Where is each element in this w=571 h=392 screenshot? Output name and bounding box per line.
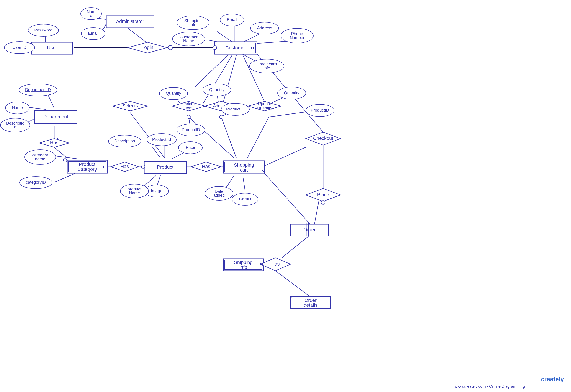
connector-dept-name	[28, 107, 45, 109]
attr-email-label: Email	[227, 17, 237, 22]
entity-product-label: Product	[157, 164, 174, 170]
attr-qty-add-label: Quantity	[209, 87, 225, 92]
place-circle	[321, 201, 325, 204]
er-diagram: User Administrator Login Customer Depart…	[0, 0, 571, 392]
attr-dateadded-label2: added	[213, 193, 225, 197]
rel-update-qty-label1: Update	[258, 101, 271, 106]
watermark-text: www.creately.com • Online Diagramming	[454, 384, 525, 389]
rel-delete-item-label2: item	[185, 106, 193, 110]
connector-dept-deptid	[48, 94, 54, 108]
add-item-circle	[219, 115, 223, 119]
rel-has-order-label: Has	[271, 261, 280, 266]
connector-prodcat-catname	[55, 156, 80, 159]
attr-prodid-update-label: ProductID	[311, 108, 329, 112]
rel-checkout-label: Checkout	[313, 136, 333, 141]
attr-catname-label2: name	[35, 157, 45, 161]
entity-orderdetails-label2: details	[304, 302, 317, 308]
connector-additem-cart	[221, 117, 236, 158]
attr-price-label: Price	[186, 145, 195, 150]
attr-productid-label: Product Id	[152, 137, 171, 142]
attr-customer-name-label2: Name	[183, 39, 194, 43]
attr-qty-update-label: Quantity	[284, 91, 300, 95]
rel-login-label: Login	[142, 45, 153, 50]
attr-deptname-label: Name	[12, 105, 23, 110]
connector-place-order	[315, 201, 319, 224]
rel-delete-item-label1: Delete	[183, 101, 195, 106]
has-prodcat-circle	[63, 158, 67, 162]
entity-cart-label1: Shopping	[234, 162, 254, 168]
entity-prodcat-label1: Product	[79, 162, 95, 167]
attr-cartid-label: CartID	[239, 197, 251, 201]
entity-customer-label: Customer	[225, 45, 246, 50]
attr-image-label: Image	[151, 188, 163, 193]
attr-password-label: Password	[34, 28, 52, 32]
connector-cart-dateadded	[225, 175, 234, 188]
attr-deptid-label: DepartmentID	[25, 87, 51, 92]
attr-shopping-info-label2: info	[190, 22, 196, 27]
rel-has-prod-cart-label: Has	[202, 164, 210, 169]
has-prod-circle	[141, 165, 145, 168]
rel-has-prodcat-prod-label: Has	[120, 164, 129, 169]
connector-cart-cartid	[243, 177, 245, 191]
diagram-container: User Administrator Login Customer Depart…	[0, 0, 571, 392]
connector-prod-desc	[152, 146, 161, 158]
rel-selects-label: Selects	[122, 103, 138, 109]
attr-admin-name-label2: e	[90, 13, 92, 18]
rel-has-dept-prodcat-label: Has	[50, 140, 58, 145]
attr-deptdesc-label2: n	[14, 125, 16, 129]
connector-cart-checkout	[262, 147, 306, 167]
entity-shipping-label2: info	[240, 265, 247, 270]
brand-text: creately	[541, 376, 564, 382]
rel-update-qty-label2: Quantity	[257, 106, 272, 110]
entity-user-label: User	[47, 45, 57, 50]
participation-circle-cust1	[213, 46, 217, 50]
connector-has-orderdetails	[275, 271, 310, 297]
attr-productname-label2: Name	[129, 191, 140, 195]
entity-prodcat-label2: Category	[77, 167, 97, 172]
participation-circle-login	[168, 45, 172, 50]
connector-updateqty-cart	[247, 117, 269, 158]
attr-creditcard-label2: Info	[263, 66, 270, 70]
attr-phone-label2: Number	[290, 35, 304, 40]
entity-cart-label2: cart	[240, 167, 248, 173]
attr-prodid-delete-label: ProductID	[182, 127, 200, 132]
connector-order-has	[282, 235, 310, 258]
delete-item-circle	[187, 115, 190, 119]
attr-prodid-add-label: ProductID	[226, 107, 244, 111]
attr-description-label: Description	[114, 139, 135, 143]
connector-cart-order	[262, 171, 310, 224]
attr-admin-email-label: Email	[88, 31, 98, 36]
entity-dept-label: Department	[43, 114, 68, 119]
attr-catid-label: categoryID	[26, 180, 46, 184]
entity-admin-label: Administrator	[116, 19, 144, 24]
entity-order-label: Order	[303, 227, 316, 232]
attr-qty-delete-label: Quantity	[166, 91, 181, 96]
attr-address-label: Address	[257, 26, 272, 30]
rel-place-label: Place	[317, 192, 329, 197]
attr-userid-label: User ID	[13, 45, 27, 50]
